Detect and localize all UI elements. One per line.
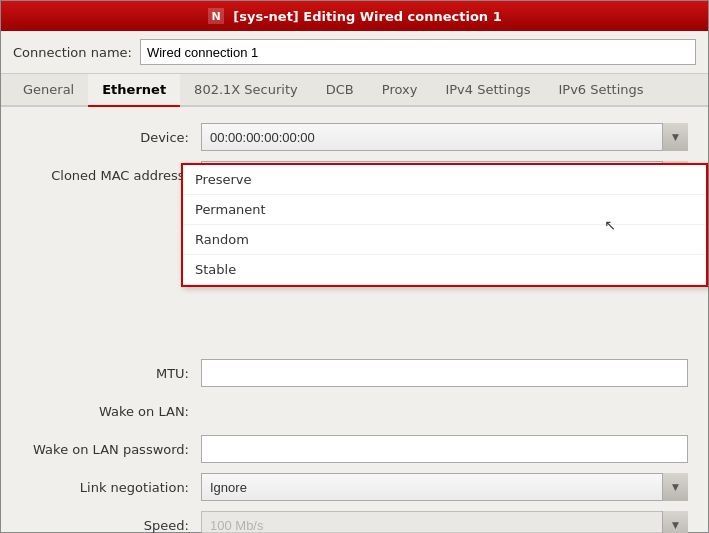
mtu-input[interactable] — [201, 359, 688, 387]
tab-general[interactable]: General — [9, 74, 88, 107]
app-icon: N — [207, 7, 225, 25]
tab-dcb[interactable]: DCB — [312, 74, 368, 107]
wake-on-lan-password-row: Wake on LAN password: — [21, 435, 688, 463]
tab-ethernet[interactable]: Ethernet — [88, 74, 180, 107]
device-select[interactable]: 00:00:00:00:00:00 — [201, 123, 688, 151]
dropdown-item-permanent[interactable]: Permanent — [183, 195, 706, 225]
link-negotiation-row: Link negotiation: Ignore — [21, 473, 688, 501]
speed-row: Speed: 100 Mb/s — [21, 511, 688, 533]
mtu-label: MTU: — [21, 366, 201, 381]
connection-name-label: Connection name: — [13, 45, 132, 60]
device-label: Device: — [21, 130, 201, 145]
link-negotiation-label: Link negotiation: — [21, 480, 201, 495]
tabs-bar: General Ethernet 802.1X Security DCB Pro… — [1, 74, 708, 107]
speed-control: 100 Mb/s — [201, 511, 688, 533]
link-negotiation-select[interactable]: Ignore — [201, 473, 688, 501]
mac-dropdown-overlay: Preserve Permanent Random Stable ↖ — [181, 163, 708, 287]
dropdown-item-random[interactable]: Random — [183, 225, 706, 255]
titlebar: N [sys-net] Editing Wired connection 1 — [1, 1, 708, 31]
device-row: Device: 00:00:00:00:00:00 — [21, 123, 688, 151]
tab-8021x[interactable]: 802.1X Security — [180, 74, 312, 107]
dropdown-item-stable[interactable]: Stable — [183, 255, 706, 285]
tab-proxy[interactable]: Proxy — [368, 74, 432, 107]
cloned-mac-label: Cloned MAC address: — [21, 168, 201, 183]
link-negotiation-select-wrapper: Ignore — [201, 473, 688, 501]
titlebar-text: [sys-net] Editing Wired connection 1 — [233, 9, 501, 24]
connection-name-row: Connection name: — [1, 31, 708, 74]
mtu-row: MTU: — [21, 359, 688, 387]
wake-on-lan-checkboxes — [201, 409, 688, 413]
svg-text:N: N — [212, 10, 221, 23]
speed-label: Speed: — [21, 518, 201, 533]
wake-on-lan-row: Wake on LAN: — [21, 397, 688, 425]
tab-ipv4[interactable]: IPv4 Settings — [431, 74, 544, 107]
window: N [sys-net] Editing Wired connection 1 C… — [0, 0, 709, 533]
wake-on-lan-password-control — [201, 435, 688, 463]
link-negotiation-control: Ignore — [201, 473, 688, 501]
mtu-control — [201, 359, 688, 387]
device-select-wrapper: 00:00:00:00:00:00 — [201, 123, 688, 151]
wake-on-lan-password-input[interactable] — [201, 435, 688, 463]
tab-ipv6[interactable]: IPv6 Settings — [544, 74, 657, 107]
device-control: 00:00:00:00:00:00 — [201, 123, 688, 151]
wake-on-lan-control — [201, 409, 688, 413]
speed-select[interactable]: 100 Mb/s — [201, 511, 688, 533]
connection-name-input[interactable] — [140, 39, 696, 65]
wake-on-lan-password-label: Wake on LAN password: — [21, 442, 201, 457]
wake-on-lan-label: Wake on LAN: — [21, 404, 201, 419]
main-content: Device: 00:00:00:00:00:00 Cloned MAC add… — [1, 107, 708, 533]
speed-select-wrapper: 100 Mb/s — [201, 511, 688, 533]
dropdown-item-preserve[interactable]: Preserve — [183, 165, 706, 195]
